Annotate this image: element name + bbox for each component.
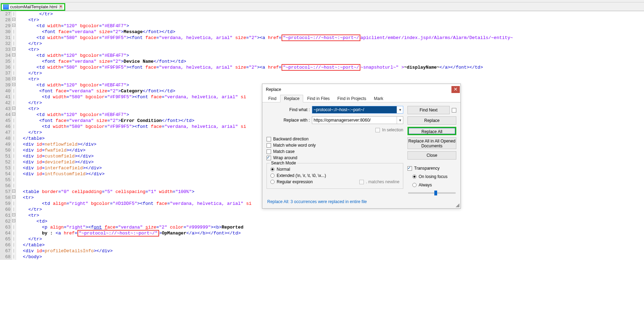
replace-all-button[interactable]: Replace All	[407, 127, 456, 135]
find-next-button[interactable]: Find Next	[407, 106, 450, 114]
regex-mode-radio[interactable]	[270, 180, 275, 184]
backward-checkbox[interactable]	[267, 137, 271, 141]
chevron-down-icon[interactable]: ▾	[397, 117, 403, 124]
replace-button[interactable]: Replace	[407, 116, 456, 125]
dot-newline-checkbox	[359, 180, 364, 184]
fold-gutter: ││││││││││││││││││││││││││││││	[12, 11, 16, 260]
match-case-checkbox[interactable]	[267, 149, 271, 154]
replace-with-input[interactable]	[312, 117, 397, 124]
tab-mark[interactable]: Mark	[370, 95, 387, 102]
tab-bar: customMailTemplate.html ×	[0, 2, 644, 11]
dialog-status: Replace All: 3 occurrences were replaced…	[267, 197, 456, 205]
transparency-slider[interactable]	[408, 192, 456, 194]
highlighted-url-2: "~protocol~://~host~:~port~/	[282, 64, 360, 71]
tab-replace[interactable]: Replace	[280, 95, 303, 102]
find-what-combo[interactable]: ▾	[312, 106, 403, 114]
tab-find[interactable]: Find	[264, 95, 280, 102]
wrap-around-checkbox[interactable]	[267, 156, 271, 160]
always-radio[interactable]	[412, 183, 417, 187]
dialog-close-button[interactable]: ✕	[451, 86, 460, 93]
replace-with-label: Replace with :	[284, 118, 310, 123]
search-mode-group: Search Mode Normal Extended (\n, \r, \t,…	[267, 163, 403, 189]
highlighted-url-3: "~protocol~://~host~:~port~/"	[77, 230, 159, 237]
toggle-checkbox[interactable]	[452, 108, 456, 113]
transparency-checkbox[interactable]	[407, 166, 412, 171]
replace-with-combo[interactable]: ▾	[312, 116, 403, 124]
chevron-down-icon[interactable]: ▾	[397, 106, 403, 113]
toolbar-stub	[0, 0, 644, 2]
on-losing-focus-radio[interactable]	[412, 175, 417, 179]
replace-dialog: Replace ✕ Find Replace Find in Files Fin…	[262, 84, 461, 209]
whole-word-checkbox[interactable]	[267, 143, 271, 148]
replace-all-opened-button[interactable]: Replace All in All Opened Documents	[407, 137, 456, 149]
transparency-label: Transparency	[414, 166, 440, 171]
find-what-label: Find what :	[289, 107, 310, 112]
line-number-gutter: 2728293031323334353637383940414243444546…	[0, 11, 12, 260]
dialog-title: Replace	[266, 87, 281, 92]
close-button[interactable]: Close	[407, 151, 456, 160]
tab-find-in-files[interactable]: Find in Files	[303, 95, 334, 102]
normal-mode-radio[interactable]	[270, 167, 275, 171]
in-selection-checkbox	[375, 128, 380, 132]
resize-grip-icon[interactable]: ◢	[456, 203, 460, 208]
file-icon	[3, 5, 9, 9]
dialog-tabs: Find Replace Find in Files Find in Proje…	[262, 94, 460, 102]
tab-find-in-projects[interactable]: Find in Projects	[334, 95, 370, 102]
find-what-input[interactable]	[312, 106, 397, 113]
close-tab-icon[interactable]: ×	[59, 5, 63, 9]
file-tab[interactable]: customMailTemplate.html ×	[1, 3, 65, 11]
highlighted-url-1: "~protocol~://~host~:~port~/	[282, 34, 360, 41]
extended-mode-radio[interactable]	[270, 173, 275, 178]
file-tab-label: customMailTemplate.html	[10, 5, 57, 9]
